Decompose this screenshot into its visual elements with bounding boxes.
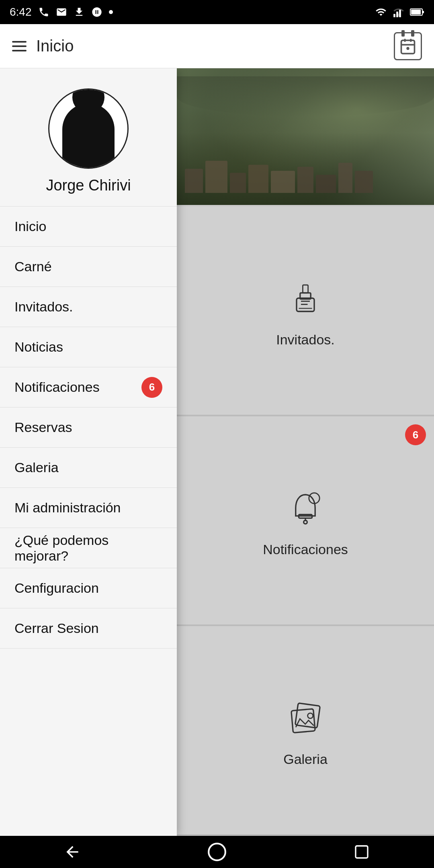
menu-item-label: ¿Qué podemos mejorar? <box>14 532 162 564</box>
status-bar: 6:42 <box>0 0 434 24</box>
menu-item-label: Carné <box>14 259 52 274</box>
menu-item-label: Galeria <box>14 460 59 475</box>
menu-item-label: Noticias <box>14 339 63 355</box>
menu-button[interactable] <box>12 41 27 51</box>
menu-item-notificaciones[interactable]: Notificaciones 6 <box>0 367 177 407</box>
home-button[interactable] <box>201 840 233 864</box>
calendar-button[interactable] <box>394 32 422 60</box>
dot-indicator <box>109 10 113 14</box>
notificaciones-card[interactable]: 6 Notificaciones <box>177 416 434 626</box>
svg-rect-2 <box>399 10 401 17</box>
battery-icon <box>410 7 424 17</box>
menu-item-inicio[interactable]: Inicio <box>0 207 177 247</box>
svg-rect-0 <box>393 14 395 17</box>
menu-item-label: Cenfiguracion <box>14 580 99 596</box>
profile-name: Jorge Chirivi <box>46 177 131 194</box>
galeria-label: Galeria <box>283 751 328 767</box>
navigation-drawer: Jorge Chirivi Inicio Carné Invitados. No… <box>0 68 177 836</box>
menu-item-label: Inicio <box>14 219 46 234</box>
signal-icon <box>393 6 404 18</box>
main-area: Jorge Chirivi Inicio Carné Invitados. No… <box>0 68 434 836</box>
menu-list: Inicio Carné Invitados. Noticias Notific… <box>0 207 177 836</box>
menu-item-reservas[interactable]: Reservas <box>0 407 177 448</box>
menu-item-label: Cerrar Sesion <box>14 620 99 636</box>
download2-icon <box>91 6 102 18</box>
notificaciones-label: Notificaciones <box>263 542 348 557</box>
svg-rect-22 <box>291 708 315 733</box>
menu-item-administracion[interactable]: Mi administración <box>0 488 177 528</box>
svg-rect-6 <box>401 40 415 53</box>
svg-point-10 <box>406 47 409 49</box>
menu-item-label: Mi administración <box>14 500 121 516</box>
menu-item-carne[interactable]: Carné <box>0 247 177 287</box>
status-bar-right <box>375 6 424 18</box>
invitados-label: Invitados. <box>276 332 335 348</box>
svg-point-23 <box>307 712 313 718</box>
status-time: 6:42 <box>10 6 32 18</box>
menu-item-label: Reservas <box>14 420 72 435</box>
download-icon <box>74 6 85 18</box>
wifi-icon <box>375 6 387 18</box>
profile-section: Jorge Chirivi <box>0 68 177 207</box>
svg-point-24 <box>209 843 225 860</box>
menu-item-noticias[interactable]: Noticias <box>0 327 177 367</box>
menu-item-label: Invitados. <box>14 299 73 315</box>
mail-icon <box>56 6 67 18</box>
ticket-icon <box>281 274 330 322</box>
svg-rect-4 <box>422 11 424 13</box>
menu-item-configuracion[interactable]: Cenfiguracion <box>0 568 177 608</box>
gallery-icon <box>281 694 330 742</box>
menu-item-mejorar[interactable]: ¿Qué podemos mejorar? <box>0 528 177 568</box>
invitados-card[interactable]: Invitados. <box>177 207 434 416</box>
app-bar: Inicio <box>0 24 434 68</box>
notification-badge: 6 <box>141 377 162 398</box>
svg-rect-15 <box>303 285 308 293</box>
menu-item-invitados[interactable]: Invitados. <box>0 287 177 327</box>
bell-icon <box>281 484 330 532</box>
app-title: Inicio <box>36 37 74 55</box>
svg-point-19 <box>304 520 307 524</box>
status-bar-left: 6:42 <box>10 6 113 18</box>
galeria-card[interactable]: Galeria <box>177 626 434 836</box>
bottom-navigation <box>0 836 434 868</box>
svg-rect-25 <box>356 846 368 858</box>
phone-icon <box>38 6 49 18</box>
svg-rect-1 <box>396 12 398 17</box>
back-button[interactable] <box>56 840 88 864</box>
recents-button[interactable] <box>346 840 378 864</box>
svg-rect-5 <box>411 10 421 14</box>
hero-image-card <box>177 68 434 205</box>
avatar-silhouette <box>62 103 115 168</box>
menu-item-galeria[interactable]: Galeria <box>0 448 177 488</box>
app-bar-left: Inicio <box>12 37 74 55</box>
menu-item-cerrar-sesion[interactable]: Cerrar Sesion <box>0 608 177 649</box>
content-area: Invitados. 6 Notificacion <box>177 68 434 836</box>
notificaciones-badge: 6 <box>405 424 426 445</box>
menu-item-label: Notificaciones <box>14 379 100 395</box>
avatar <box>48 88 129 169</box>
